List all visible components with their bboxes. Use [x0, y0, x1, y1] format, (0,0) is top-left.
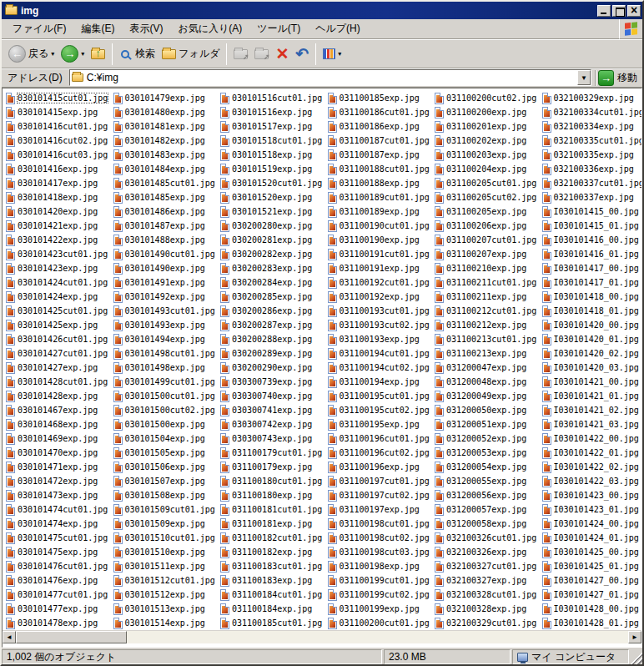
file-item[interactable]: 031100191cut01.jpg [325, 247, 432, 261]
file-item[interactable]: 031100194cut02.jpg [325, 361, 432, 375]
file-item[interactable]: I030101416_01.jpg [539, 247, 642, 261]
back-dropdown-icon[interactable]: ▾ [51, 51, 54, 58]
file-item[interactable]: 032100328cut01.jpg [431, 588, 539, 602]
file-item[interactable]: 030101427exp.jpg [3, 361, 110, 375]
file-item[interactable]: 030101494exp.jpg [110, 332, 218, 346]
file-item[interactable]: 030101481exp.jpg [110, 119, 218, 134]
file-item[interactable]: 030101509exp.jpg [110, 517, 218, 531]
file-item[interactable]: 030101474exp.jpg [3, 517, 110, 531]
file-item[interactable]: 031100190cut01.jpg [325, 219, 432, 233]
file-item[interactable]: 030101516exp.jpg [217, 105, 325, 119]
file-item[interactable]: 031100182exp.jpg [217, 545, 325, 559]
file-item[interactable]: 030101475exp.jpg [3, 545, 110, 559]
file-item[interactable]: 032100336exp.jpg [539, 162, 642, 176]
file-item[interactable]: 030101425cut01.jpg [3, 304, 110, 318]
file-item[interactable]: 030101477cut01.jpg [3, 588, 110, 602]
address-dropdown-button[interactable]: ▼ [577, 70, 591, 85]
file-item[interactable]: 030200281exp.jpg [217, 233, 325, 247]
file-item[interactable]: 030200288exp.jpg [217, 332, 325, 346]
file-item[interactable]: 030101499cut01.jpg [110, 375, 218, 389]
file-item[interactable]: 030101511exp.jpg [110, 559, 218, 573]
file-item[interactable]: I030101420_03.jpg [539, 361, 642, 375]
file-item[interactable]: 030101479exp.jpg [110, 91, 218, 105]
file-item[interactable]: 030101415exp.jpg [3, 105, 110, 119]
file-item[interactable]: I030101421_02.jpg [539, 403, 642, 417]
file-item[interactable]: 032100337cut01.jpg [539, 176, 642, 190]
file-item[interactable]: 031100193cut02.jpg [325, 318, 432, 332]
file-item[interactable]: I030101416_00.jpg [539, 233, 642, 247]
file-item[interactable]: 030101490cut01.jpg [110, 247, 218, 261]
file-item[interactable]: I030101417_01.jpg [539, 275, 642, 290]
file-item[interactable]: 030101500cut02.jpg [110, 403, 218, 417]
file-item[interactable]: 030101428exp.jpg [3, 389, 110, 403]
file-item[interactable]: 030101510exp.jpg [110, 545, 218, 559]
file-item[interactable]: 032100329exp.jpg [539, 91, 642, 105]
address-combobox[interactable]: C:¥img ▼ [69, 69, 591, 86]
file-item[interactable]: 031200058exp.jpg [431, 517, 539, 531]
menu-help[interactable]: ヘルプ(H) [308, 20, 368, 38]
file-item[interactable]: 031100197exp.jpg [325, 502, 432, 517]
file-item[interactable]: 031100211cut01.jpg [431, 275, 539, 290]
file-item[interactable]: 031100206exp.jpg [431, 219, 539, 233]
file-item[interactable]: 030101518cut01.jpg [217, 134, 325, 148]
menu-edit[interactable]: 編集(E) [73, 20, 122, 38]
file-item[interactable]: 030101485exp.jpg [110, 190, 218, 204]
file-item[interactable]: 030101505exp.jpg [110, 446, 218, 460]
file-item[interactable]: I030101417_00.jpg [539, 261, 642, 275]
file-item[interactable]: 030101514exp.jpg [110, 616, 218, 630]
file-item[interactable]: I030101422_00.jpg [539, 431, 642, 446]
file-item[interactable]: I030101423_00.jpg [539, 488, 642, 502]
file-item[interactable]: 031100205exp.jpg [431, 204, 539, 219]
file-item[interactable]: 031100185cut01.jpg [217, 616, 325, 630]
file-item[interactable]: 032100329cut01.jpg [431, 616, 539, 630]
file-item[interactable]: 031200054exp.jpg [431, 460, 539, 474]
up-button[interactable]: ↑ [88, 42, 108, 67]
file-item[interactable]: 030101512cut01.jpg [110, 573, 218, 588]
file-item[interactable]: 031100195cut01.jpg [325, 389, 432, 403]
file-item[interactable]: 031100193exp.jpg [325, 332, 432, 346]
file-item[interactable]: 030101471exp.jpg [3, 460, 110, 474]
file-item[interactable]: 030200282exp.jpg [217, 247, 325, 261]
file-item[interactable]: 030101485cut01.jpg [110, 176, 218, 190]
file-item[interactable]: I030101422_01.jpg [539, 446, 642, 460]
file-item[interactable]: I030101424_00.jpg [539, 517, 642, 531]
file-item[interactable]: 030101491exp.jpg [110, 275, 218, 290]
file-item[interactable]: 031100179cut01.jpg [217, 446, 325, 460]
file-item[interactable]: I030101418_00.jpg [539, 290, 642, 304]
file-item[interactable]: 031100200cut02.jpg [431, 91, 539, 105]
file-item[interactable]: 030101415cut01.jpg [3, 91, 110, 105]
file-item[interactable]: 030300740exp.jpg [217, 389, 325, 403]
scroll-left-button[interactable]: ◄ [3, 631, 16, 643]
file-item[interactable]: 031100212exp.jpg [431, 318, 539, 332]
file-item[interactable]: 031100188cut01.jpg [325, 162, 432, 176]
file-item[interactable]: 032100328exp.jpg [431, 602, 539, 616]
file-item[interactable]: 030101478exp.jpg [3, 616, 110, 630]
file-item[interactable]: 031200055exp.jpg [431, 474, 539, 488]
scroll-right-button[interactable]: ► [628, 631, 641, 643]
file-item[interactable]: 030101516cut01.jpg [217, 91, 325, 105]
file-item[interactable]: 031100180exp.jpg [217, 488, 325, 502]
file-item[interactable]: 030300742exp.jpg [217, 417, 325, 431]
file-item[interactable]: 030101418exp.jpg [3, 190, 110, 204]
file-item[interactable]: 030200284exp.jpg [217, 275, 325, 290]
file-item[interactable]: 031100198cut03.jpg [325, 545, 432, 559]
file-item[interactable]: 031100191exp.jpg [325, 261, 432, 275]
file-item[interactable]: 031200056exp.jpg [431, 488, 539, 502]
file-item[interactable]: 031100210exp.jpg [431, 261, 539, 275]
file-item[interactable]: 030101427cut01.jpg [3, 346, 110, 361]
forward-dropdown-icon[interactable]: ▾ [81, 51, 84, 58]
menu-favorites[interactable]: お気に入り(A) [170, 20, 249, 38]
file-item[interactable]: 031100195exp.jpg [325, 417, 432, 431]
file-item[interactable]: 030101520exp.jpg [217, 190, 325, 204]
file-item[interactable]: 031100202exp.jpg [431, 134, 539, 148]
resize-grip[interactable] [631, 649, 642, 664]
file-item[interactable]: 030101509cut01.jpg [110, 502, 218, 517]
file-item[interactable]: 032100335exp.jpg [539, 148, 642, 162]
file-item[interactable]: 030101416exp.jpg [3, 162, 110, 176]
file-item[interactable]: I030101428_00.jpg [539, 602, 642, 616]
go-button[interactable]: → [598, 70, 614, 86]
views-dropdown-icon[interactable]: ▾ [338, 51, 341, 58]
file-item[interactable]: 031100187exp.jpg [325, 148, 432, 162]
file-item[interactable]: 032100335cut01.jpg [539, 134, 642, 148]
file-item[interactable]: 031100204exp.jpg [431, 162, 539, 176]
